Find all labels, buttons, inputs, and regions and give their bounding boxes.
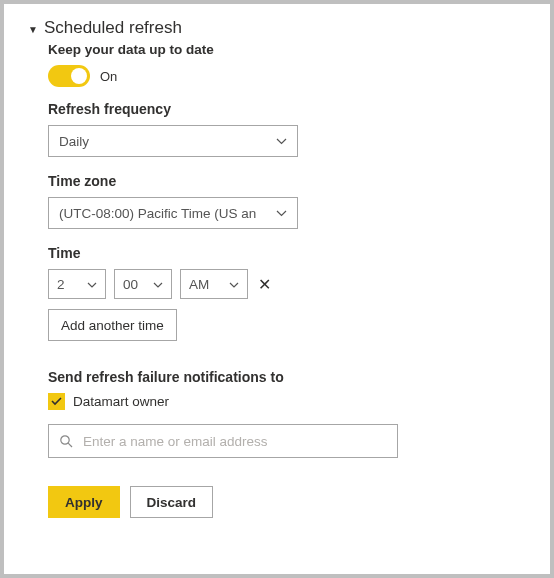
chevron-down-icon — [153, 278, 163, 290]
discard-label: Discard — [147, 495, 197, 510]
discard-button[interactable]: Discard — [130, 486, 214, 518]
scheduled-refresh-panel: ▼ Scheduled refresh Keep your data up to… — [0, 0, 554, 578]
keep-data-toggle[interactable] — [48, 65, 90, 87]
frequency-select[interactable]: Daily — [48, 125, 298, 157]
notification-placeholder: Enter a name or email address — [83, 434, 268, 449]
apply-button[interactable]: Apply — [48, 486, 120, 518]
toggle-state-label: On — [100, 69, 117, 84]
keep-data-label: Keep your data up to date — [48, 42, 526, 57]
timezone-select[interactable]: (UTC-08:00) Pacific Time (US an — [48, 197, 298, 229]
time-ampm-value: AM — [189, 277, 209, 292]
timezone-value: (UTC-08:00) Pacific Time (US an — [59, 206, 256, 221]
notifications-label: Send refresh failure notifications to — [48, 369, 526, 385]
datamart-owner-label: Datamart owner — [73, 394, 169, 409]
chevron-down-icon — [229, 278, 239, 290]
notification-recipient-input[interactable]: Enter a name or email address — [48, 424, 398, 458]
chevron-down-icon — [276, 135, 287, 147]
add-another-time-button[interactable]: Add another time — [48, 309, 177, 341]
time-minute-select[interactable]: 00 — [114, 269, 172, 299]
search-icon — [59, 434, 73, 448]
time-hour-value: 2 — [57, 277, 65, 292]
time-minute-value: 00 — [123, 277, 138, 292]
apply-label: Apply — [65, 495, 103, 510]
datamart-owner-checkbox[interactable] — [48, 393, 65, 410]
add-another-time-label: Add another time — [61, 318, 164, 333]
chevron-down-icon — [87, 278, 97, 290]
time-label: Time — [48, 245, 526, 261]
remove-time-icon[interactable]: ✕ — [256, 275, 273, 294]
timezone-label: Time zone — [48, 173, 526, 189]
svg-line-1 — [68, 443, 72, 447]
section-header[interactable]: ▼ Scheduled refresh — [28, 18, 526, 38]
time-ampm-select[interactable]: AM — [180, 269, 248, 299]
svg-point-0 — [61, 436, 69, 444]
collapse-icon: ▼ — [28, 24, 38, 35]
time-hour-select[interactable]: 2 — [48, 269, 106, 299]
frequency-label: Refresh frequency — [48, 101, 526, 117]
section-title: Scheduled refresh — [44, 18, 182, 38]
frequency-value: Daily — [59, 134, 89, 149]
chevron-down-icon — [276, 207, 287, 219]
toggle-knob — [71, 68, 87, 84]
